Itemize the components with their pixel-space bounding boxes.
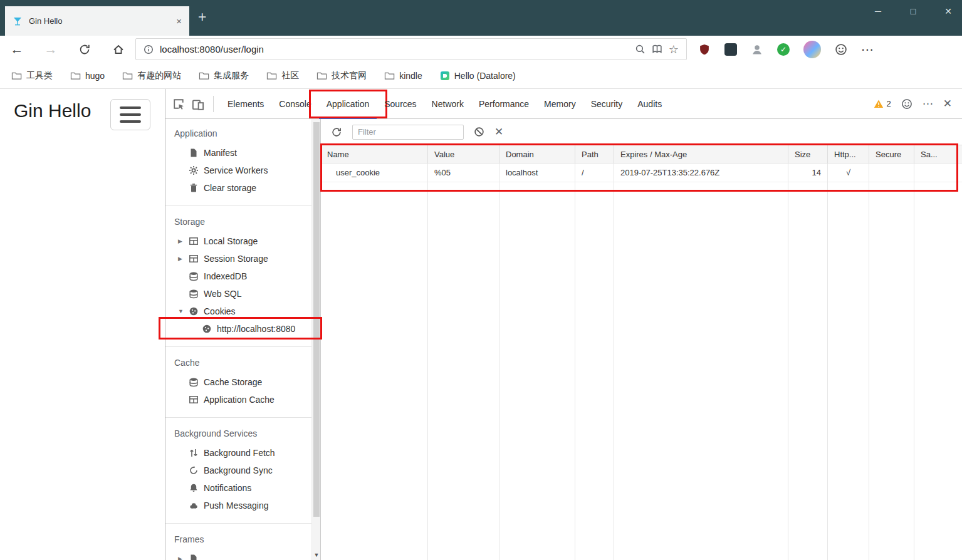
sidebar-item-web-sql[interactable]: Web SQL: [165, 285, 320, 303]
inspect-element-icon[interactable]: [173, 98, 184, 110]
profile-avatar[interactable]: [803, 41, 821, 58]
maximize-button[interactable]: □: [908, 6, 918, 16]
bookmark-folder[interactable]: kindle: [384, 71, 422, 81]
cookie-table-row[interactable]: user_cookie %05 localhost / 2019-07-25T1…: [321, 163, 962, 182]
bookmark-folder[interactable]: 集成服务: [199, 70, 249, 81]
person-icon[interactable]: [751, 43, 763, 56]
bookmark-folder[interactable]: 技术官网: [316, 70, 367, 81]
sidebar-item-cookies-localhost[interactable]: http://localhost:8080: [165, 320, 320, 338]
browser-more-menu[interactable]: ⋯: [861, 42, 874, 57]
sidebar-item-manifest[interactable]: Manifest: [165, 144, 320, 162]
tab-audits[interactable]: Audits: [630, 89, 669, 119]
devtools-more-menu[interactable]: ⋯: [923, 97, 933, 110]
sidebar-item-frame[interactable]: ▶: [165, 550, 320, 560]
minimize-button[interactable]: ─: [873, 6, 883, 16]
filter-input[interactable]: [352, 125, 464, 140]
sidebar-item-service-workers[interactable]: Service Workers: [165, 162, 320, 179]
trash-icon: [189, 183, 199, 193]
sidebar-item-cache-storage[interactable]: Cache Storage: [165, 373, 320, 391]
column-header-path[interactable]: Path: [575, 145, 614, 163]
chevron-right-icon[interactable]: ▶: [178, 256, 182, 262]
section-title: Frames: [165, 530, 320, 549]
tab-performance[interactable]: Performance: [471, 89, 536, 119]
bookmark-label: 工具类: [26, 70, 53, 81]
updown-arrows-icon: [189, 448, 199, 458]
sidebar-item-background-fetch[interactable]: Background Fetch: [165, 444, 320, 462]
column-header-value[interactable]: Value: [428, 145, 499, 163]
column-header-size[interactable]: Size: [788, 145, 828, 163]
sidebar-scrollbar[interactable]: ▼: [311, 119, 320, 560]
toolbar-divider: [213, 96, 214, 112]
sidebar-item-background-sync[interactable]: Background Sync: [165, 462, 320, 479]
browser-tab[interactable]: Gin Hello ×: [5, 6, 189, 36]
bookmarks-bar: 工具类 hugo 有趣的网站 集成服务 社区 技术官网 kindle Hello…: [0, 63, 962, 89]
device-toolbar-icon[interactable]: [192, 98, 204, 110]
window-close-button[interactable]: ✕: [943, 6, 953, 16]
table-icon: [189, 395, 199, 405]
sidebar-item-session-storage[interactable]: ▶Session Storage: [165, 250, 320, 267]
feedback-smiley-icon[interactable]: [835, 43, 847, 56]
bookmark-folder[interactable]: 有趣的网站: [122, 70, 181, 81]
new-tab-button[interactable]: +: [198, 9, 206, 26]
scrollbar-thumb[interactable]: [313, 122, 320, 517]
tab-sources[interactable]: Sources: [377, 89, 424, 119]
forward-button: →: [34, 42, 68, 57]
home-button[interactable]: [102, 43, 135, 56]
bookmark-datalore[interactable]: Hello (Datalore): [440, 71, 516, 81]
column-header-expires[interactable]: Expires / Max-Age: [614, 145, 788, 163]
devtools-close-button[interactable]: ✕: [943, 97, 952, 110]
sidebar-item-cookies[interactable]: ▼Cookies: [165, 303, 320, 320]
warning-counter[interactable]: 2: [874, 99, 891, 109]
sidebar-item-push-messaging[interactable]: Push Messaging: [165, 497, 320, 514]
delete-selected-icon[interactable]: ✕: [494, 125, 503, 138]
column-header-domain[interactable]: Domain: [499, 145, 575, 163]
sidebar-item-local-storage[interactable]: ▶Local Storage: [165, 232, 320, 250]
bookmark-folder[interactable]: 工具类: [11, 70, 53, 81]
hamburger-menu-button[interactable]: [110, 99, 150, 130]
search-icon[interactable]: [635, 44, 646, 54]
chevron-right-icon[interactable]: ▶: [178, 556, 182, 560]
sidebar-item-notifications[interactable]: Notifications: [165, 479, 320, 497]
section-title: Storage: [165, 212, 320, 231]
sidebar-section-application: Application Manifest Service Workers Cle…: [165, 124, 320, 197]
devtools-feedback-smiley-icon[interactable]: [901, 98, 912, 110]
tab-elements[interactable]: Elements: [220, 89, 271, 119]
tab-console[interactable]: Console: [271, 89, 318, 119]
green-extension-icon[interactable]: ✓: [777, 43, 790, 56]
sidebar-item-application-cache[interactable]: Application Cache: [165, 391, 320, 408]
chevron-right-icon[interactable]: ▶: [178, 238, 182, 244]
url-text[interactable]: localhost:8080/user/login: [160, 44, 629, 54]
tab-security[interactable]: Security: [583, 89, 630, 119]
site-info-icon[interactable]: [144, 44, 154, 54]
bookmark-folder[interactable]: hugo: [70, 71, 105, 81]
tab-close-icon[interactable]: ×: [176, 16, 182, 26]
sidebar-item-indexeddb[interactable]: IndexedDB: [165, 267, 320, 285]
sidebar-item-clear-storage[interactable]: Clear storage: [165, 179, 320, 197]
reading-view-icon[interactable]: [652, 44, 662, 54]
column-header-httponly[interactable]: Http...: [828, 145, 869, 163]
sidebar-item-label: IndexedDB: [204, 271, 247, 281]
column-header-name[interactable]: Name: [321, 145, 428, 163]
application-sidebar: Application Manifest Service Workers Cle…: [165, 119, 321, 560]
refresh-button[interactable]: [68, 43, 102, 56]
column-header-secure[interactable]: Secure: [869, 145, 914, 163]
tab-memory[interactable]: Memory: [536, 89, 583, 119]
folder-icon: [122, 71, 133, 80]
clear-all-icon[interactable]: [474, 127, 484, 137]
dark-extension-icon[interactable]: [724, 43, 737, 56]
refresh-icon[interactable]: [331, 127, 342, 138]
ublock-shield-icon[interactable]: [698, 43, 711, 56]
cell-name: user_cookie: [321, 163, 428, 182]
bookmark-folder[interactable]: 社区: [266, 70, 299, 81]
cell-secure: [869, 163, 914, 182]
chevron-down-icon[interactable]: ▼: [178, 308, 184, 314]
favorite-star-icon[interactable]: ☆: [669, 43, 679, 56]
tab-network[interactable]: Network: [424, 89, 471, 119]
tab-application-label: Application: [327, 99, 370, 109]
folder-icon: [70, 71, 81, 80]
back-button[interactable]: ←: [0, 42, 34, 57]
column-header-samesite[interactable]: Sa...: [914, 145, 962, 163]
scrollbar-down-arrow[interactable]: ▼: [312, 552, 321, 558]
address-bar[interactable]: localhost:8080/user/login ☆: [135, 38, 687, 60]
tab-application[interactable]: Application: [319, 89, 377, 119]
